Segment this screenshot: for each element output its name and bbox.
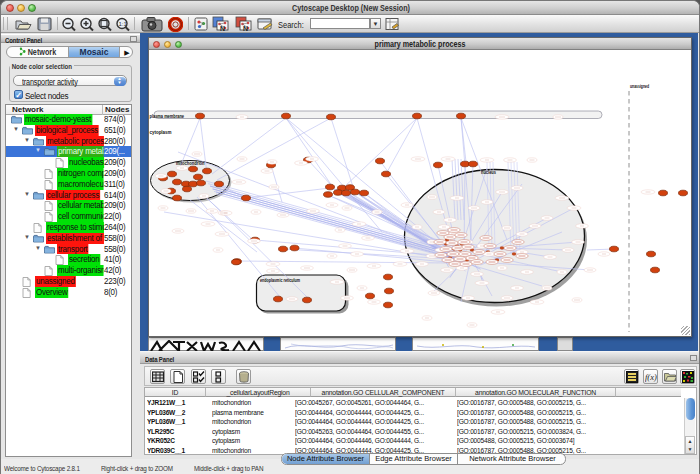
svg-text:N: N: [243, 25, 248, 32]
svg-text:cytoplasm: cytoplasm: [150, 130, 172, 135]
svg-text:mitochondrion: mitochondrion: [176, 161, 205, 166]
svg-text:unassigned: unassigned: [630, 84, 649, 89]
svg-text:plasma membrane: plasma membrane: [150, 114, 185, 119]
svg-text:1:1: 1:1: [119, 21, 128, 27]
svg-text:endoplasmic reticulum: endoplasmic reticulum: [260, 278, 300, 283]
svg-text:f(x): f(x): [645, 372, 657, 382]
svg-text:nucleus: nucleus: [481, 170, 496, 175]
svg-text:N: N: [220, 25, 225, 32]
